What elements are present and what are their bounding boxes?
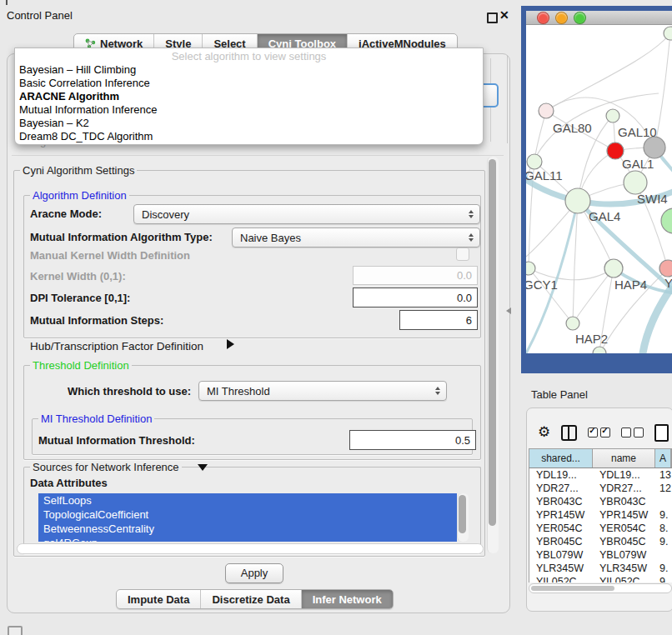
network-node[interactable] [566, 317, 579, 330]
aracne-mode-label: Aracne Mode: [30, 208, 102, 220]
table-rows: YDL19...YDL19...13YDR27...YDR27...12YBR0… [529, 468, 672, 582]
which-threshold-label: Which threshold to use: [68, 385, 191, 398]
table-cell: 9. [655, 562, 672, 575]
algorithm-definition-title: Algorithm Definition [30, 189, 129, 202]
network-node[interactable] [565, 188, 590, 213]
hub-definition-label: Hub/Transcription Factor Definition [30, 340, 203, 352]
attribute-list-thumb[interactable] [459, 495, 466, 533]
table-row[interactable]: YLR345WYLR345W9. [529, 562, 672, 575]
which-threshold-value: MI Threshold [207, 385, 270, 398]
top-left-tick [6, 0, 8, 5]
table-cell: YDL19... [529, 468, 593, 482]
aracne-mode-value: Discovery [142, 208, 189, 221]
manual-kernel-checkbox[interactable] [456, 248, 469, 261]
hub-expand-icon[interactable] [227, 339, 234, 349]
attribute-list-scrollbar[interactable] [457, 493, 469, 542]
tab-impute-data[interactable]: Impute Data [117, 590, 200, 608]
table-horizontal-scrollbar[interactable] [529, 583, 672, 593]
mi-type-combo[interactable]: Naive Bayes [232, 228, 480, 248]
document-icon[interactable] [654, 424, 669, 442]
which-threshold-combo[interactable]: MI Threshold [198, 381, 447, 401]
algorithm-item-dream8-dc-tdc-algorithm[interactable]: Dream8 DC_TDC Algorithm [15, 130, 483, 143]
table-hscroll-thumb[interactable] [531, 586, 614, 591]
network-node[interactable] [606, 109, 619, 122]
window-minimize-icon[interactable] [555, 12, 568, 24]
table-row[interactable]: YBR043CYBR043C [529, 495, 672, 508]
algorithm-item-bayesian-hill-climbing[interactable]: Bayesian – Hill Climbing [15, 63, 483, 77]
table-cell: YLR345W [529, 562, 593, 575]
algorithm-item-basic-correlation-inference[interactable]: Basic Correlation Inference [15, 77, 483, 90]
table-cell: YBL079W [593, 548, 655, 562]
table-row[interactable]: YIL052CYIL052C9 [529, 575, 672, 582]
table-row[interactable]: YPR145WYPR145W9. [529, 508, 672, 522]
mi-type-label: Mutual Information Algorithm Type: [30, 231, 213, 243]
column-header-partial[interactable]: A [655, 449, 671, 468]
attribute-item-betweennesscentrality[interactable]: BetweennessCentrality [38, 522, 457, 536]
settings-vertical-scrollbar[interactable] [487, 157, 499, 553]
panel-splitter-collapse-icon[interactable] [506, 308, 511, 314]
network-node[interactable] [527, 154, 542, 169]
table-cell: YDR27... [593, 482, 655, 495]
unchecked-boxes-icon[interactable] [621, 428, 644, 438]
algorithm-item-bayesian-k2[interactable]: Bayesian – K2 [15, 117, 483, 130]
mi-steps-field[interactable]: 6 [399, 310, 478, 330]
network-node-label-gal11: GAL11 [526, 168, 563, 182]
sources-collapse-icon[interactable] [198, 464, 208, 471]
apply-button[interactable]: Apply [225, 563, 283, 583]
tab-discretize-data[interactable]: Discretize Data [200, 590, 300, 608]
kernel-width-label: Kernel Width (0,1): [30, 270, 126, 282]
network-node[interactable] [539, 103, 554, 118]
data-attributes-list[interactable]: SelfLoopsTopologicalCoefficientBetweenne… [38, 493, 457, 542]
close-icon[interactable]: ✕ [499, 8, 509, 22]
mi-threshold-group-title: MI Threshold Definition [38, 412, 154, 425]
network-node[interactable] [664, 27, 672, 40]
table-cell: 9. [655, 508, 672, 522]
aracne-mode-combo[interactable]: Discovery [133, 204, 480, 224]
window-zoom-icon[interactable] [574, 12, 586, 24]
settings-horizontal-scrollbar[interactable] [17, 543, 484, 554]
kernel-width-field[interactable]: 0.0 [353, 266, 478, 285]
tab-infer-network[interactable]: Infer Network [301, 590, 393, 608]
table-row[interactable]: YBL079WYBL079W [529, 548, 672, 562]
network-node[interactable] [607, 142, 624, 159]
attribute-item-selfloops[interactable]: SelfLoops [38, 493, 457, 508]
table-row[interactable]: YDR27...YDR27...12 [529, 482, 672, 495]
attribute-item-topologicalcoefficient[interactable]: TopologicalCoefficient [38, 508, 457, 522]
network-node-label-hap4: HAP4 [614, 278, 647, 292]
network-canvas[interactable]: GAL80GAL10GAL11GAL1GAL4SWI4GCY1HAP4YHAP2 [526, 25, 672, 353]
network-node[interactable] [624, 171, 647, 194]
combo-spinner-icon [435, 387, 440, 395]
table-row[interactable]: YER054CYER054C8. [529, 522, 672, 535]
settings-scrollbar-thumb[interactable] [489, 159, 496, 526]
column-header-shared-name[interactable]: shared... [529, 449, 593, 468]
algorithm-popup-items: Bayesian – Hill ClimbingBasic Correlatio… [15, 63, 483, 143]
table-cell: YBR043C [593, 495, 655, 508]
table-row[interactable]: YDL19...YDL19...13 [529, 468, 672, 482]
checked-boxes-icon[interactable] [588, 428, 610, 438]
network-window-titlebar[interactable] [526, 11, 672, 25]
network-node-label-gcy1: GCY1 [526, 278, 558, 292]
dock-panel-icon[interactable] [8, 626, 23, 635]
network-node[interactable] [526, 262, 535, 275]
columns-icon[interactable] [561, 425, 577, 441]
algorithm-item-mutual-information-inference[interactable]: Mutual Information Inference [15, 103, 483, 117]
network-node[interactable] [644, 137, 665, 158]
dpi-tolerance-field[interactable]: 0.0 [353, 288, 478, 308]
column-header-name[interactable]: name [593, 449, 655, 468]
table-row[interactable]: YBR045CYBR045C9. [529, 535, 672, 548]
window-close-icon[interactable] [537, 12, 549, 24]
float-window-icon[interactable] [487, 12, 498, 23]
table-cell: YIL052C [529, 575, 593, 582]
mi-threshold-field[interactable]: 0.5 [349, 430, 476, 450]
table-cell: YER054C [529, 522, 593, 535]
network-node[interactable] [593, 347, 606, 353]
gear-icon[interactable]: ⚙ [538, 424, 550, 441]
network-node[interactable] [659, 260, 672, 277]
network-node[interactable] [661, 208, 672, 233]
mi-steps-label: Mutual Information Steps: [30, 314, 163, 327]
mi-type-value: Naive Bayes [240, 232, 301, 244]
table-panel-title: Table Panel [531, 388, 588, 401]
algorithm-item-aracne-algorithm[interactable]: ARACNE Algorithm [15, 90, 483, 103]
attribute-item-gal4rgexp[interactable]: gal4RGexp [38, 536, 457, 542]
network-node[interactable] [604, 259, 623, 278]
